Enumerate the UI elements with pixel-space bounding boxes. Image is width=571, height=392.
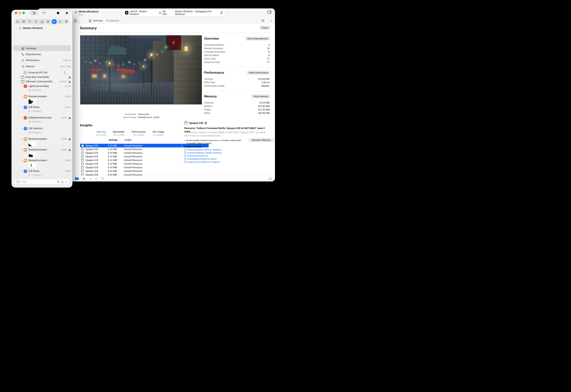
flatten-hierarchy-icon[interactable] bbox=[57, 181, 60, 183]
warning-badge-icon: ! bbox=[68, 138, 71, 140]
sidebar-item-dependencies[interactable]: Dependencies bbox=[12, 52, 71, 57]
filter-insights-wand-icon[interactable] bbox=[65, 180, 68, 183]
article-link[interactable]: Monitoring Basic Memory Statistics bbox=[184, 149, 221, 151]
alignment-icon[interactable] bbox=[261, 19, 264, 22]
tab-gpu-debug-navigator[interactable] bbox=[51, 19, 57, 24]
tab-label: Bandwidth bbox=[108, 130, 129, 133]
tab-crash-navigator[interactable] bbox=[21, 19, 27, 24]
zoom-window-button[interactable] bbox=[22, 12, 25, 14]
warning-badge-icon: ! bbox=[68, 149, 71, 151]
tab-bookmark-navigator[interactable] bbox=[27, 19, 33, 24]
encoder-row[interactable]: › ICBMainViewEncoder 3.07% ! bbox=[12, 115, 71, 120]
disclosure-chevron-icon[interactable]: › bbox=[18, 76, 20, 79]
play-button[interactable] bbox=[64, 10, 70, 15]
encoder-row[interactable]: › RenderOccluders 0.08% bbox=[12, 158, 71, 163]
sidebar-item-summary[interactable]: Summary bbox=[12, 46, 71, 51]
filter-input[interactable] bbox=[21, 180, 56, 183]
related-items-icon[interactable] bbox=[73, 19, 78, 22]
disclosure-chevron-icon[interactable]: › bbox=[21, 148, 23, 151]
disclosure-chevron-icon[interactable]: › bbox=[21, 170, 23, 173]
insight-row[interactable]: Opaque ICB6.14 MiBUnused Resource bbox=[80, 169, 209, 173]
article-link[interactable]: Reducing Your Memory Footprint bbox=[184, 161, 220, 163]
tab-find-navigator[interactable] bbox=[33, 19, 39, 24]
disclosure-chevron-icon[interactable]: › bbox=[21, 116, 23, 119]
filter-icon[interactable] bbox=[16, 180, 20, 183]
debug-icon[interactable] bbox=[89, 177, 92, 180]
tab-api-usage[interactable]: API Usage 31 Insights bbox=[148, 130, 169, 136]
article-link[interactable]: Analyzing Resources bbox=[184, 155, 208, 157]
add-tab-icon[interactable]: + bbox=[270, 19, 272, 23]
column-header-insight[interactable]: Insight bbox=[125, 138, 131, 142]
tab-issue-navigator[interactable] bbox=[39, 19, 45, 24]
tab-project-navigator[interactable] bbox=[15, 19, 21, 24]
refresh-icon[interactable] bbox=[95, 177, 98, 180]
scheme-selector[interactable]: A macOS - Modern Renderer › My Mac Moder… bbox=[123, 9, 225, 16]
item-value: 92.44% bbox=[59, 80, 67, 83]
stop-button[interactable] bbox=[55, 10, 61, 15]
minimap-sparkle-icon[interactable] bbox=[41, 10, 47, 15]
tab-test-navigator[interactable] bbox=[45, 19, 51, 24]
metric-label: Command Buffers bbox=[204, 44, 224, 46]
disclosure-chevron-icon[interactable]: › bbox=[21, 127, 23, 130]
warning-badge-icon: ! bbox=[68, 80, 71, 83]
export-button[interactable]: Export bbox=[259, 26, 270, 30]
disclosure-chevron-icon[interactable]: › bbox=[21, 106, 23, 109]
goto-arrow-icon[interactable]: → bbox=[205, 122, 207, 125]
encoder-row[interactable]: › RenderOccluders 0.04% ! bbox=[12, 136, 71, 142]
article-link[interactable]: Exporting Memory Viewer Statistics bbox=[184, 152, 222, 154]
tab-tag-navigator[interactable] bbox=[57, 19, 63, 24]
disclosure-chevron-icon[interactable]: › bbox=[21, 159, 23, 162]
back-icon[interactable]: ‹ bbox=[81, 19, 84, 22]
encoder-preview-thumbnail[interactable] bbox=[28, 163, 36, 168]
disclosure-chevron-icon[interactable]: › bbox=[21, 85, 23, 88]
frame-attachment-preview[interactable]: E bbox=[80, 35, 202, 104]
item-value: 0.09% bbox=[65, 95, 71, 98]
tree-root[interactable]: › Modern Renderer bbox=[12, 26, 71, 31]
filter-warnings-icon[interactable] bbox=[61, 181, 64, 183]
item-label: ICB Reset bbox=[28, 106, 39, 109]
stepper-icon[interactable] bbox=[64, 71, 66, 74]
encoder-row[interactable]: › ICB Reset 0.61% bbox=[12, 104, 71, 110]
scene-string-light bbox=[118, 65, 119, 66]
insight-row[interactable]: Opaque ICB6.14 MiBUnused Resource bbox=[80, 166, 209, 169]
show-performance-button[interactable]: Show Performance bbox=[247, 71, 270, 75]
disclosure-chevron-icon[interactable]: › bbox=[21, 95, 23, 98]
scheme-name[interactable]: macOS - Modern Renderer bbox=[130, 10, 155, 15]
encoder-preview-thumbnail[interactable] bbox=[28, 152, 36, 157]
sidebar-item-performance[interactable]: Performance 2.56 ms bbox=[12, 58, 71, 63]
article-link[interactable]: Investigating Resource Issues bbox=[184, 158, 217, 160]
encoder-row[interactable]: › LightCoarseCulling 0.11% bbox=[12, 84, 71, 89]
disclosure-chevron-icon[interactable]: › bbox=[21, 138, 23, 140]
warning-badge-icon: ! bbox=[68, 117, 71, 119]
run-destination[interactable]: My Mac bbox=[163, 10, 170, 15]
encoder-row[interactable]: › ICB Optimize bbox=[12, 126, 71, 131]
encoder-row[interactable]: › RenderOccluders 0.08% ! bbox=[12, 147, 71, 152]
issue-count-badge[interactable]: 2 bbox=[220, 11, 223, 14]
encoder-row[interactable]: › ICB Reset 0.30% bbox=[12, 168, 71, 174]
forward-icon[interactable]: › bbox=[84, 19, 88, 22]
minimize-window-button[interactable] bbox=[19, 12, 21, 14]
tab-report-navigator[interactable] bbox=[63, 19, 69, 24]
disclosure-chevron-icon[interactable]: › bbox=[18, 80, 21, 83]
reveal-in-memory-button[interactable]: Reveal in Memory bbox=[249, 138, 274, 142]
performance-gauge-icon[interactable] bbox=[101, 177, 104, 180]
jumpbar-item[interactable]: Summary bbox=[93, 19, 103, 22]
item-label: ICBMainViewEncoder bbox=[28, 116, 52, 119]
show-dependencies-button[interactable]: Show Dependencies bbox=[245, 37, 270, 41]
document-tab[interactable] bbox=[29, 10, 38, 15]
tab-bandwidth[interactable]: Bandwidth 197.21 MiB bbox=[108, 130, 129, 136]
continue-icon[interactable] bbox=[83, 177, 86, 180]
jumpbar-selection[interactable]: No Selection bbox=[106, 19, 119, 22]
show-memory-button[interactable]: Show Memory bbox=[251, 94, 270, 98]
encoder-preview-thumbnail[interactable] bbox=[28, 98, 36, 104]
disclosure-chevron-icon[interactable]: › bbox=[15, 27, 18, 29]
column-header-savings[interactable]: Savings ⌄ bbox=[109, 138, 120, 142]
close-window-button[interactable] bbox=[15, 12, 17, 14]
encoder-preview-thumbnail[interactable] bbox=[28, 141, 36, 146]
breakpoints-toggle[interactable] bbox=[75, 177, 79, 180]
sidebar-item-memory[interactable]: Memory 964.11 MiB bbox=[12, 64, 71, 69]
console-toggle-icon[interactable] bbox=[269, 177, 272, 180]
encoder-row[interactable]: › RenderOccluders 0.09% bbox=[12, 94, 71, 99]
inspector-toggle-icon[interactable] bbox=[267, 11, 272, 14]
tab-performance[interactable]: Performance No Insights bbox=[128, 130, 149, 136]
